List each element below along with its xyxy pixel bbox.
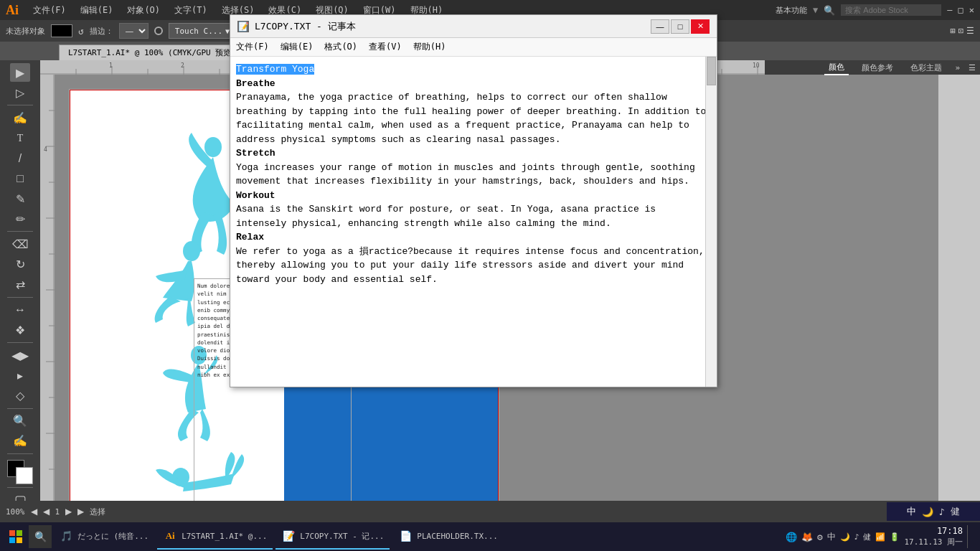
menu-text[interactable]: 文字(T) (171, 4, 210, 17)
np-menu-edit[interactable]: 编辑(E) (281, 41, 314, 53)
menu-edit[interactable]: 编辑(E) (77, 4, 116, 17)
svg-text:2: 2 (181, 62, 184, 69)
next-page-btn2[interactable]: ▶ (77, 507, 84, 517)
section-workout-heading: Workout (236, 190, 275, 201)
taskbar-app-notepad[interactable]: 📝 L7COPY.TXT - 记... (275, 524, 390, 550)
music-app-icon: 🎵 (59, 529, 73, 543)
no-selection-label: 未选择对象 (6, 26, 45, 37)
ie-icon[interactable]: 🦊 (801, 532, 813, 542)
line-tool[interactable]: / (10, 149, 30, 168)
show-desktop-button[interactable] (967, 525, 971, 548)
ime-music: ♪ (939, 507, 945, 517)
rotate-tool[interactable]: ↻ (10, 255, 30, 274)
np-menu-file[interactable]: 文件(F) (236, 41, 269, 53)
mirror-tool[interactable]: ⇄ (10, 276, 30, 294)
prev-page-btn2[interactable]: ◀ (43, 507, 50, 517)
placeholder-app-label: PLACEHOLDER.TX... (417, 532, 498, 541)
clock-date: 17.11.13 周一 (904, 537, 963, 547)
selection-label: 选择 (90, 507, 105, 517)
panel-tab-color[interactable]: 颜色 (824, 60, 849, 75)
panel-menu[interactable]: ☰ (969, 63, 976, 72)
np-menu-help[interactable]: 帮助(H) (413, 41, 446, 53)
panel-tab-colorref[interactable]: 颜色参考 (857, 61, 897, 75)
ime-moon: 🌙 (922, 507, 933, 517)
taskbar-clock: 17:18 17.11.13 周一 (904, 526, 963, 547)
paintbrush-tool[interactable]: ✎ (10, 189, 30, 208)
measure-tool[interactable]: ◇ (10, 387, 30, 405)
notepad-close-button[interactable]: ✕ (691, 19, 710, 34)
left-toolbar: ▶ ▷ ✍ T / □ ✎ ✏ ⌫ ↻ ⇄ ↔ ❖ ◀▶ ▸ ◇ 🔍 ✍ ▢ ▣ (0, 60, 40, 529)
settings-icon[interactable]: ⚙ (817, 532, 823, 542)
tab-title: L7START_1.AI* @ 100% (CMYK/GPU 预览) (68, 47, 236, 58)
menu-object[interactable]: 对象(O) (124, 4, 163, 17)
fill-color-preview[interactable] (51, 24, 72, 37)
panel-controls: ⊞ ⊡ ☰ (951, 26, 974, 36)
moon-icon: 🌙 (840, 532, 850, 542)
shape-tool[interactable]: □ (10, 169, 30, 188)
panel-arrow[interactable]: ⊡ (958, 26, 963, 36)
active-tab[interactable]: L7START_1.AI* @ 100% (CMYK/GPU 预览) × (59, 44, 254, 60)
svg-rect-52 (17, 530, 22, 536)
svg-text:10: 10 (753, 62, 760, 69)
edge-icon[interactable]: 🌐 (786, 532, 797, 542)
warp-tool[interactable]: ❖ (10, 321, 30, 339)
clock-time: 17:18 (904, 526, 963, 537)
taskbar-app-placeholder[interactable]: 📄 PLACEHOLDER.TX... (392, 524, 504, 550)
stroke-dropdown[interactable]: — (119, 23, 149, 39)
taskbar-app-music[interactable]: 🎵 だっとに (纯音... (53, 524, 154, 550)
rotate-icon: ↺ (78, 26, 84, 37)
tool-separator-7 (7, 487, 33, 488)
tool-separator-1 (7, 105, 33, 105)
svg-text:1: 1 (109, 62, 113, 69)
notepad-maximize-button[interactable]: □ (671, 19, 689, 34)
panel-expand[interactable]: » (955, 63, 960, 72)
section-stretch-heading: Stretch (236, 148, 275, 159)
np-menu-view[interactable]: 查看(V) (369, 41, 402, 53)
taskbar-right: 🌐 🦊 ⚙ 中 🌙 ♪ 健 📶 🔋 17:18 17.11.13 周一 (786, 525, 977, 548)
panel-tab-theme[interactable]: 色彩主题 (906, 61, 946, 75)
ime-chinese[interactable]: 中 (907, 505, 916, 518)
workspace-label[interactable]: 基本功能 (776, 5, 807, 16)
taskbar-app-illustrator[interactable]: Ai L7START_1.AI* @... (157, 524, 273, 550)
hamburger-icon[interactable]: ☰ (966, 26, 974, 36)
notepad-minimize-button[interactable]: — (651, 19, 669, 34)
ime-icon[interactable]: 中 (827, 531, 836, 543)
pencil-tool[interactable]: ✏ (10, 209, 30, 228)
stock-search[interactable] (841, 4, 941, 16)
hand-tool[interactable]: ✍ (10, 432, 30, 451)
arrange-icon[interactable]: ⊞ (951, 26, 956, 36)
svg-point-48 (183, 241, 200, 261)
taskbar-search-button[interactable]: 🔍 (29, 525, 52, 548)
notepad-app-taskbar-icon: 📝 (281, 529, 296, 543)
health-icon: 健 (863, 532, 871, 542)
eraser-tool[interactable]: ⌫ (10, 235, 30, 253)
notepad-scroll-thumb[interactable] (707, 57, 716, 85)
volume-icon[interactable]: ♪ (854, 532, 859, 542)
menu-file[interactable]: 文件(F) (30, 4, 69, 17)
direct-select-tool[interactable]: ▷ (10, 83, 30, 102)
notepad-scrollbar[interactable] (705, 57, 717, 387)
eyedropper-tool[interactable]: ▸ (10, 366, 30, 385)
panel-top: 颜色 颜色参考 色彩主题 » ☰ (765, 60, 980, 75)
select-tool[interactable]: ▶ (10, 63, 30, 82)
notepad-content[interactable]: Transform Yoga Breathe Pranayama, the yo… (230, 57, 717, 387)
np-menu-format[interactable]: 格式(O) (324, 41, 357, 53)
svg-text:4: 4 (44, 146, 47, 153)
next-page-btn[interactable]: ▶ (65, 507, 72, 517)
blend-tool[interactable]: ◀▶ (10, 346, 30, 364)
network-icon[interactable]: 📶 (875, 532, 885, 542)
section-stretch-body: Yoga increases your range of motion in m… (236, 162, 695, 187)
type-tool[interactable]: T (10, 129, 30, 148)
background-color[interactable] (16, 467, 33, 484)
zoom-tool[interactable]: 🔍 (10, 412, 30, 430)
ruler-left: 4 (40, 75, 55, 529)
content-title: Transform Yoga (236, 64, 314, 75)
tool-separator-2 (7, 231, 33, 232)
scale-tool[interactable]: ↔ (10, 301, 30, 319)
pen-tool[interactable]: ✍ (10, 108, 30, 127)
color-boxes (7, 460, 33, 484)
tool-separator-4 (7, 342, 33, 343)
prev-page-button[interactable]: ◀ (31, 507, 37, 517)
touch-button[interactable]: Touch C... ▼ (169, 23, 236, 39)
windows-start-button[interactable] (3, 524, 29, 550)
